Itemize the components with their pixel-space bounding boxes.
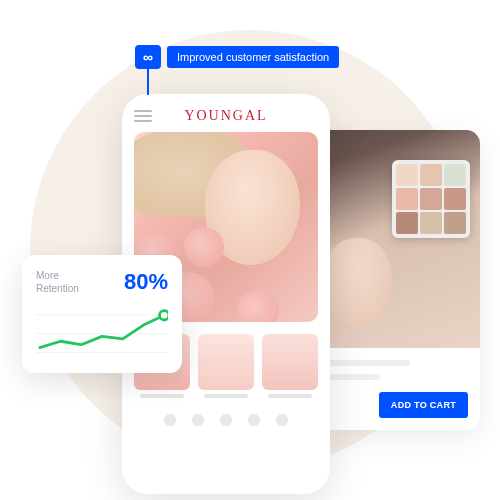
retention-percent: 80% — [124, 269, 168, 295]
retention-label: More Retention — [36, 269, 79, 295]
product-description — [310, 348, 480, 380]
product-card: ADD TO CART — [310, 130, 480, 430]
text-placeholder — [322, 360, 410, 366]
thumbnail-3[interactable] — [262, 334, 318, 390]
badge-label: Improved customer satisfaction — [167, 46, 339, 68]
add-to-cart-button[interactable]: ADD TO CART — [379, 392, 468, 418]
thumbnail-2[interactable] — [198, 334, 254, 390]
retention-metric-card: More Retention 80% — [22, 255, 182, 373]
retention-chart — [36, 299, 168, 359]
brand-logo: YOUNGAL — [184, 108, 267, 124]
nav-dot[interactable] — [220, 414, 232, 426]
nav-dot[interactable] — [192, 414, 204, 426]
infinity-icon: ∞ — [135, 45, 161, 69]
nav-dot[interactable] — [248, 414, 260, 426]
app-header: YOUNGAL — [134, 108, 318, 124]
palette-icon — [392, 160, 470, 238]
satisfaction-badge: ∞ Improved customer satisfaction — [135, 45, 339, 69]
svg-point-3 — [160, 311, 168, 320]
badge-connector-line — [147, 69, 149, 95]
text-placeholder — [322, 374, 380, 380]
hamburger-icon[interactable] — [134, 110, 152, 122]
nav-dot[interactable] — [276, 414, 288, 426]
pagination-dots — [134, 414, 318, 426]
nav-dot[interactable] — [164, 414, 176, 426]
product-image[interactable] — [310, 130, 480, 348]
